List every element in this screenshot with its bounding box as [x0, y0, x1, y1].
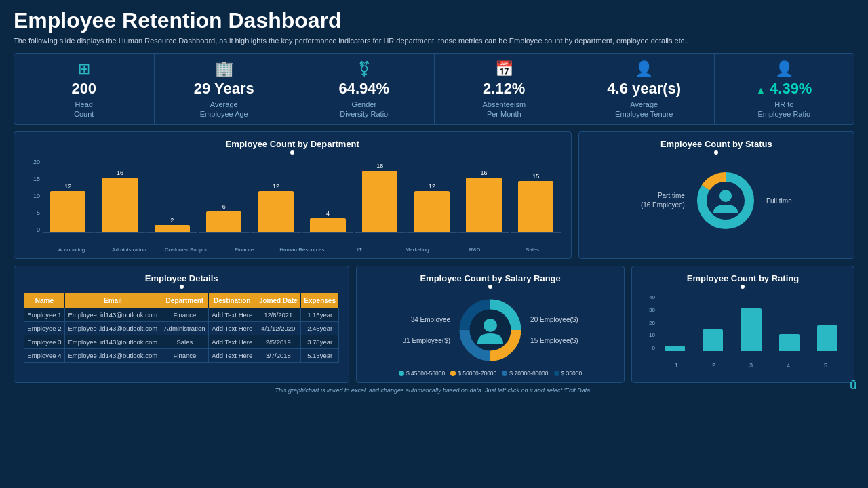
bar-col-6: 18: [355, 159, 406, 233]
kpi-age-value: 29 Years: [194, 81, 254, 97]
table-cell-3-3: Add Text Here: [208, 349, 256, 363]
bar-x-label-3: Finance: [216, 247, 273, 253]
table-cell-3-1: Employee .id143@outlook.com: [64, 349, 161, 363]
table-cell-3-5: 5.13year: [300, 349, 338, 363]
salary-legend-label-2: $ 70000-80000: [509, 370, 548, 377]
salary-labels-right: 20 Employee($) 15 Employee($): [530, 316, 578, 344]
bar-rect-5: [310, 218, 345, 232]
gender-icon: ⚧: [358, 60, 370, 78]
kpi-absenteeism-value: 2.12%: [483, 81, 525, 97]
table-cell-1-3: Add Text Here: [208, 322, 256, 336]
table-cell-1-5: 2.45year: [300, 322, 338, 336]
salary-labels-left: 34 Employee 31 Employee($): [403, 316, 451, 344]
bar-value-1: 16: [117, 169, 123, 176]
table-row-3: Employee 4Employee .id143@outlook.comFin…: [24, 349, 339, 363]
bar-chart-box: Employee Count by Department 20 15 10 5 …: [14, 131, 572, 259]
salary-legend-dot-3: [554, 371, 559, 376]
employee-details-table: NameEmailDepartmentDestinationJoined Dat…: [24, 293, 339, 363]
bar-rect-9: [518, 181, 553, 232]
table-cell-0-4: 12/8/2021: [256, 308, 300, 322]
bar-x-label-6: Marketing: [389, 247, 446, 253]
age-icon: 🏢: [215, 60, 233, 78]
employee-details-box: Employee Details NameEmailDepartmentDest…: [14, 266, 349, 383]
table-row-1: Employee 2Employee .id143@outlook.comAdm…: [24, 322, 339, 336]
rating-bar-rect-3: [779, 334, 800, 351]
kpi-row: ⊞ 200 HeadCount 🏢 29 Years AverageEmploy…: [14, 53, 854, 125]
table-cell-1-2: Administration: [161, 322, 208, 336]
bar-x-labels: AccountingAdministrationCustomer Support…: [24, 247, 561, 253]
salary-legend: $ 45000-56000$ 56000-70000$ 70000-80000$…: [366, 370, 614, 377]
salary-legend-label-0: $ 45000-56000: [406, 370, 445, 377]
kpi-headcount: ⊞ 200 HeadCount: [14, 54, 155, 124]
table-cell-2-5: 3.78year: [300, 336, 338, 349]
salary-donut-svg: [453, 293, 528, 367]
salary-legend-item-3: $ 35000: [554, 370, 583, 377]
rating-chart-dot: [741, 285, 745, 289]
bar-value-7: 12: [429, 183, 435, 190]
table-cell-1-0: Employee 2: [24, 322, 65, 336]
table-header-expenses: Expenses: [300, 293, 338, 308]
bar-rect-6: [362, 171, 397, 232]
bar-value-5: 4: [326, 210, 330, 217]
table-cell-0-0: Employee 1: [24, 308, 65, 322]
salary-legend-dot-0: [399, 371, 404, 376]
rating-bar-col-0: [658, 294, 692, 351]
table-row-2: Employee 3Employee .id143@outlook.comSal…: [24, 336, 339, 349]
bar-value-0: 12: [64, 183, 71, 190]
bars-container: 12162612418121615: [43, 159, 561, 233]
bar-col-7: 12: [407, 159, 458, 233]
salary-donut-dot: [488, 285, 492, 289]
table-cell-2-1: Employee .id143@outlook.com: [64, 336, 161, 349]
table-cell-0-1: Employee .id143@outlook.com: [64, 308, 161, 322]
table-cell-0-3: Add Text Here: [208, 308, 256, 322]
table-cell-2-3: Add Text Here: [208, 336, 256, 349]
kpi-age: 🏢 29 Years AverageEmployee Age: [155, 54, 295, 124]
rating-bar-col-1: [696, 294, 730, 351]
full-time-label: Full time: [766, 197, 792, 205]
svg-point-9: [484, 319, 497, 332]
table-cell-2-2: Sales: [161, 336, 208, 349]
table-cell-3-4: 3/7/2018: [256, 349, 300, 363]
kpi-gender-label: GenderDiversity Ratio: [340, 100, 388, 119]
subtitle: The following slide displays the Human R…: [14, 36, 854, 46]
kpi-hr-ratio-value: ▲ 4.39%: [756, 81, 812, 97]
table-cell-0-5: 1.15year: [300, 308, 338, 322]
kpi-absenteeism: 📅 2.12% AbsenteeismPer Month: [435, 54, 575, 124]
status-donut-title: Employee Count by Status: [589, 139, 844, 149]
salary-donut-wrap: 34 Employee 31 Employee($) 20 Employee($…: [366, 293, 614, 367]
rating-y-axis: 40 30 20 10 0: [642, 294, 655, 351]
salary-legend-label-3: $ 35000: [561, 370, 583, 377]
table-header-name: Name: [24, 293, 65, 308]
bar-chart-dot: [290, 150, 294, 155]
rating-bar-rect-2: [741, 308, 761, 351]
employee-details-title: Employee Details: [24, 273, 339, 283]
bar-col-3: 6: [199, 159, 250, 233]
bar-rect-3: [206, 211, 241, 232]
bar-x-label-4: Human Resources: [273, 247, 331, 253]
rating-bar-rect-0: [665, 346, 685, 351]
kpi-age-label: AverageEmployee Age: [200, 100, 248, 119]
bar-col-4: 12: [251, 159, 302, 233]
rating-x-label-4: 5: [807, 362, 844, 369]
kpi-hr-ratio-label: HR toEmployee Ratio: [757, 100, 810, 119]
bar-rect-7: [414, 191, 450, 232]
table-cell-1-1: Employee .id143@outlook.com: [64, 322, 161, 336]
status-donut-container: Part time(16 Employee) Full time: [589, 160, 844, 241]
table-header-joined-date: Joined Date: [256, 293, 300, 308]
bar-rect-2: [155, 225, 190, 232]
salary-legend-dot-2: [502, 371, 507, 376]
watermark: ū: [850, 378, 857, 392]
kpi-tenure: 👤 4.6 year(s) AverageEmployee Tenure: [574, 54, 715, 124]
bar-x-label-5: IT: [331, 247, 389, 253]
table-cell-1-4: 4/1/12/2020: [256, 322, 300, 336]
employee-details-dot: [180, 285, 184, 289]
rating-bar-col-2: [734, 294, 768, 351]
bar-y-axis: 20 15 10 5 0: [24, 159, 40, 233]
headcount-icon: ⊞: [78, 60, 90, 78]
status-donut-dot: [714, 150, 718, 155]
table-cell-2-0: Employee 3: [24, 336, 65, 349]
rating-bar-rect-4: [817, 325, 837, 351]
bar-chart-area: 20 15 10 5 0 12162612418121615: [24, 159, 561, 247]
salary-legend-item-2: $ 70000-80000: [502, 370, 548, 377]
salary-legend-label-1: $ 56000-70000: [458, 370, 496, 377]
